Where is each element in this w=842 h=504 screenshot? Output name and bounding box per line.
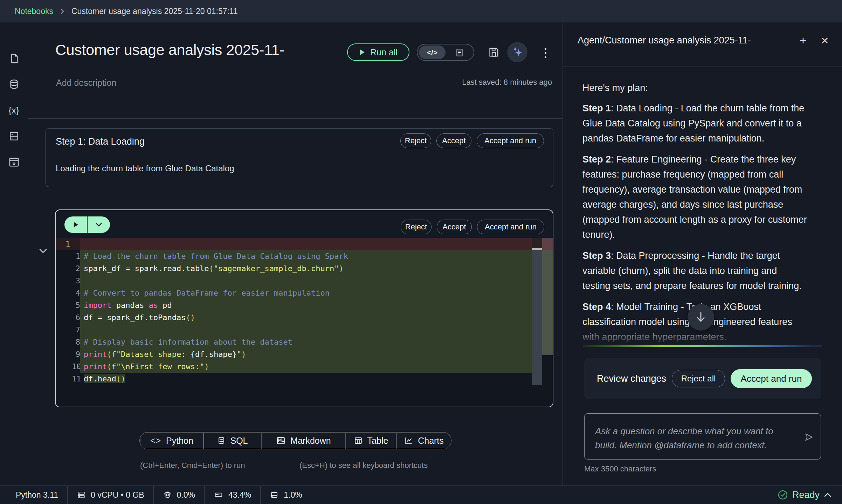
memory-usage[interactable]: 43.4% [205,486,260,504]
run-cell-split-button [64,216,110,233]
scroll-to-bottom-button[interactable] [688,304,714,331]
code-view-toggle[interactable]: </> [419,46,446,59]
accept-and-run-all-button[interactable]: Accept and run [731,369,812,388]
cell-collapse-chevron[interactable] [38,247,48,255]
code-diff-rows: 11# Load the churn table from Glue Data … [56,238,532,385]
add-python-cell-button[interactable]: <> Python [140,432,203,449]
code-cell: Reject Accept Accept and run 11# Load th… [55,209,553,407]
compute-icon[interactable] [6,130,22,143]
status-bar: Python 3.11 0 vCPU • 0 GB 0.0% 43.4% 1.0… [0,485,842,504]
database-icon [217,436,226,446]
code-line[interactable]: 1 [56,238,532,250]
code-line[interactable]: 1# Load the churn table from Glue Data C… [56,250,532,262]
save-button[interactable] [488,46,500,58]
disk-icon [270,490,279,499]
code-icon: <> [150,436,161,446]
chevron-down-icon [38,247,48,255]
diff-overview-ruler [542,238,553,385]
library-icon[interactable] [6,156,22,169]
review-changes-label: Review changes [597,373,666,384]
code-line[interactable]: 9print(f"Dataset shape: {df.shape}") [56,348,532,360]
left-icon-rail: {x} [0,22,28,485]
arrow-down-icon [696,311,706,323]
review-changes-bar: Review changes Reject all Accept and run [584,358,821,399]
agent-panel-title: Agent/Customer usage analysis 2025-11- [578,35,795,46]
code-line[interactable]: 7 [56,324,532,336]
view-mode-toggle: </> [417,44,474,61]
code-line[interactable]: 3 [56,275,532,287]
add-sql-cell-button[interactable]: SQL [203,432,261,449]
agent-plan-step: Step 1: Data Loading - Load the churn ta… [582,101,833,146]
kernel-ready-status[interactable]: Ready [778,490,842,500]
add-table-cell-button[interactable]: Table [345,432,396,449]
add-markdown-cell-button[interactable]: Markdown [261,432,345,449]
notebook-main: Customer usage analysis 2025-11- Add des… [28,22,563,485]
plan-accept-and-run-button[interactable]: Accept and run [477,133,544,148]
agent-plan-intro: Here's my plan: [582,83,648,94]
plan-step-card: Step 1: Data Loading Loading the churn t… [46,128,553,187]
run-options-button[interactable] [88,216,110,233]
add-charts-cell-button[interactable]: Charts [396,432,451,449]
last-saved-status: Last saved: 8 minutes ago [462,78,552,87]
database-icon[interactable] [6,78,22,91]
play-icon [359,49,365,56]
cpu-usage[interactable]: 0.0% [154,486,204,504]
ai-assistant-button[interactable] [507,42,527,62]
agent-plan-step: Step 2: Feature Engineering - Create the… [582,152,833,242]
run-all-button[interactable]: Run all [347,43,409,61]
cell-accept-button[interactable]: Accept [437,220,472,234]
kebab-menu-button[interactable] [540,45,551,61]
keyboard-shortcuts-hint: (Esc+H) to see all keyboard shortcuts [299,461,428,470]
table-icon [354,436,363,445]
compute-status[interactable]: 0 vCPU • 0 GB [68,486,153,504]
reject-all-button[interactable]: Reject all [672,370,725,387]
run-shortcut-hint: (Ctrl+Enter, Cmd+Enter) to run [140,461,245,470]
breadcrumb-current: Customer usage analysis 2025-11-20 01:57… [71,7,238,16]
agent-gradient-divider [582,345,822,347]
run-cell-button[interactable] [64,216,87,233]
agent-chat-input[interactable] [585,414,821,459]
new-chat-icon[interactable]: + [800,34,807,47]
code-editor[interactable]: 11# Load the churn table from Glue Data … [56,238,553,407]
code-line[interactable]: 5import pandas as pd [56,299,532,311]
code-line[interactable]: 8# Display basic information about the d… [56,336,532,348]
plan-step-heading: Step 1: Data Loading [56,136,145,147]
send-icon [803,432,814,442]
document-view-toggle[interactable] [446,48,474,57]
add-description[interactable]: Add description [56,78,116,88]
code-line[interactable]: 4# Convert to pandas DataFrame for easie… [56,287,532,299]
check-circle-icon [778,490,788,500]
document-icon [455,48,464,57]
markdown-icon [276,436,286,446]
code-line[interactable]: 10print(f"\nFirst few rows:") [56,360,532,373]
chevron-right-icon [60,8,65,15]
header-divider [28,118,563,119]
close-icon[interactable]: ✕ [821,35,829,47]
play-icon [73,221,79,228]
cell-reject-button[interactable]: Reject [401,220,432,234]
variables-icon[interactable]: {x} [6,104,22,117]
code-line[interactable]: 11df.head() [56,373,532,385]
code-icon: </> [427,48,437,57]
disk-usage[interactable]: 1.0% [261,486,311,504]
notebook-title[interactable]: Customer usage analysis 2025-11- [55,41,284,58]
editor-scrollbar[interactable] [532,238,542,385]
charts-icon [404,436,413,445]
chevron-down-icon [95,222,102,227]
kernel-status[interactable]: Python 3.11 [0,486,67,504]
memory-icon [214,490,223,499]
code-line[interactable]: 2spark_df = spark.read.table("sagemaker_… [56,262,532,275]
agent-plan-step: Step 3: Data Preprocessing - Handle the … [582,248,833,294]
agent-panel: Agent/Customer usage analysis 2025-11- +… [563,22,842,485]
cell-accept-and-run-button[interactable]: Accept and run [477,220,544,234]
send-button[interactable] [803,432,814,442]
cpu-icon [163,490,172,499]
breadcrumb-notebooks-link[interactable]: Notebooks [15,7,53,16]
plan-reject-button[interactable]: Reject [400,133,431,148]
code-line[interactable]: 6df = spark_df.toPandas() [56,311,532,324]
server-icon [77,490,86,499]
files-icon[interactable] [6,52,22,65]
agent-header-divider [563,67,842,67]
agent-chat-inputbox [584,413,821,460]
plan-accept-button[interactable]: Accept [436,133,471,148]
